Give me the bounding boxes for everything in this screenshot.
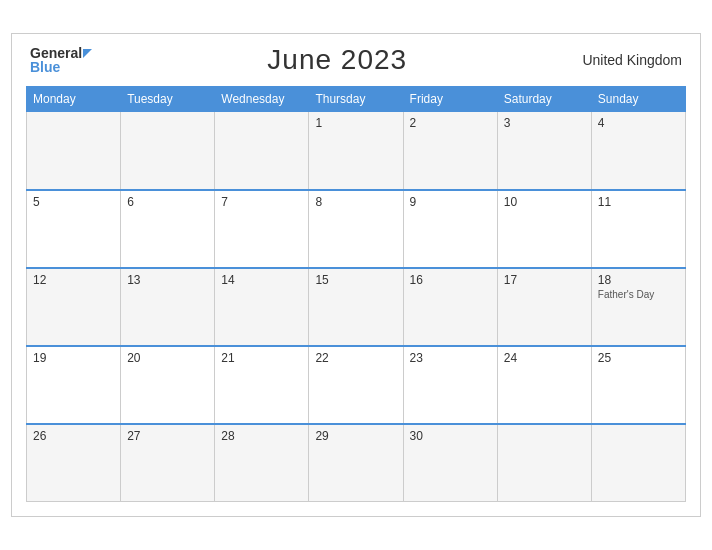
- day-number: 23: [410, 351, 491, 365]
- day-number: 11: [598, 195, 679, 209]
- day-number: 14: [221, 273, 302, 287]
- calendar-title: June 2023: [267, 44, 407, 76]
- col-friday: Friday: [403, 87, 497, 112]
- calendar-day-cell: [215, 112, 309, 190]
- day-number: 8: [315, 195, 396, 209]
- day-number: 19: [33, 351, 114, 365]
- calendar-day-cell: 20: [121, 346, 215, 424]
- calendar-day-cell: 14: [215, 268, 309, 346]
- day-number: 12: [33, 273, 114, 287]
- calendar-day-cell: 17: [497, 268, 591, 346]
- calendar-day-cell: 26: [27, 424, 121, 502]
- day-number: 28: [221, 429, 302, 443]
- calendar-day-cell: 30: [403, 424, 497, 502]
- calendar-container: General Blue June 2023 United Kingdom Mo…: [11, 33, 701, 517]
- calendar-day-cell: 7: [215, 190, 309, 268]
- day-event: Father's Day: [598, 289, 679, 300]
- calendar-day-cell: 13: [121, 268, 215, 346]
- calendar-day-cell: 5: [27, 190, 121, 268]
- day-number: 13: [127, 273, 208, 287]
- day-number: 22: [315, 351, 396, 365]
- day-number: 21: [221, 351, 302, 365]
- calendar-day-cell: 6: [121, 190, 215, 268]
- weekday-header-row: Monday Tuesday Wednesday Thursday Friday…: [27, 87, 686, 112]
- day-number: 3: [504, 116, 585, 130]
- day-number: 20: [127, 351, 208, 365]
- calendar-day-cell: 19: [27, 346, 121, 424]
- day-number: 1: [315, 116, 396, 130]
- calendar-week-row: 12131415161718Father's Day: [27, 268, 686, 346]
- calendar-grid: Monday Tuesday Wednesday Thursday Friday…: [26, 86, 686, 502]
- calendar-week-row: 567891011: [27, 190, 686, 268]
- calendar-day-cell: [497, 424, 591, 502]
- calendar-day-cell: 8: [309, 190, 403, 268]
- day-number: 10: [504, 195, 585, 209]
- day-number: 7: [221, 195, 302, 209]
- day-number: 16: [410, 273, 491, 287]
- calendar-day-cell: 27: [121, 424, 215, 502]
- day-number: 5: [33, 195, 114, 209]
- col-tuesday: Tuesday: [121, 87, 215, 112]
- logo-area: General Blue: [30, 46, 92, 74]
- calendar-day-cell: 24: [497, 346, 591, 424]
- day-number: 25: [598, 351, 679, 365]
- calendar-day-cell: 4: [591, 112, 685, 190]
- day-number: 6: [127, 195, 208, 209]
- day-number: 18: [598, 273, 679, 287]
- day-number: 29: [315, 429, 396, 443]
- calendar-day-cell: [591, 424, 685, 502]
- calendar-week-row: 19202122232425: [27, 346, 686, 424]
- col-thursday: Thursday: [309, 87, 403, 112]
- day-number: 27: [127, 429, 208, 443]
- calendar-day-cell: 10: [497, 190, 591, 268]
- calendar-day-cell: 3: [497, 112, 591, 190]
- calendar-day-cell: 18Father's Day: [591, 268, 685, 346]
- calendar-day-cell: [121, 112, 215, 190]
- day-number: 30: [410, 429, 491, 443]
- calendar-day-cell: 22: [309, 346, 403, 424]
- calendar-day-cell: 2: [403, 112, 497, 190]
- day-number: 17: [504, 273, 585, 287]
- day-number: 9: [410, 195, 491, 209]
- calendar-day-cell: 29: [309, 424, 403, 502]
- calendar-day-cell: 16: [403, 268, 497, 346]
- logo-general-text: General: [30, 46, 82, 60]
- calendar-day-cell: 23: [403, 346, 497, 424]
- calendar-day-cell: 11: [591, 190, 685, 268]
- calendar-day-cell: 28: [215, 424, 309, 502]
- day-number: 2: [410, 116, 491, 130]
- calendar-day-cell: 9: [403, 190, 497, 268]
- calendar-day-cell: 1: [309, 112, 403, 190]
- col-monday: Monday: [27, 87, 121, 112]
- calendar-day-cell: [27, 112, 121, 190]
- col-wednesday: Wednesday: [215, 87, 309, 112]
- day-number: 24: [504, 351, 585, 365]
- calendar-day-cell: 12: [27, 268, 121, 346]
- calendar-week-row: 2627282930: [27, 424, 686, 502]
- day-number: 15: [315, 273, 396, 287]
- calendar-header: General Blue June 2023 United Kingdom: [26, 44, 686, 76]
- col-saturday: Saturday: [497, 87, 591, 112]
- region-label: United Kingdom: [582, 52, 682, 68]
- day-number: 26: [33, 429, 114, 443]
- logo-flag-icon: [83, 49, 92, 58]
- calendar-day-cell: 21: [215, 346, 309, 424]
- col-sunday: Sunday: [591, 87, 685, 112]
- logo-blue-text: Blue: [30, 60, 92, 74]
- calendar-day-cell: 25: [591, 346, 685, 424]
- calendar-week-row: 1234: [27, 112, 686, 190]
- calendar-day-cell: 15: [309, 268, 403, 346]
- day-number: 4: [598, 116, 679, 130]
